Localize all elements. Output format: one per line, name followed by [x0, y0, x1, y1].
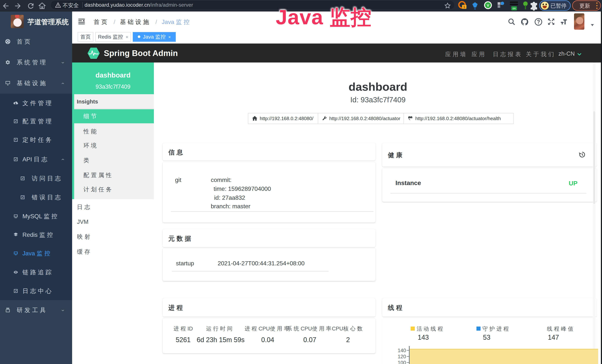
svg-text:1: 1 — [463, 5, 465, 9]
svg-text:on: on — [513, 7, 516, 10]
svg-text:V: V — [487, 3, 489, 7]
